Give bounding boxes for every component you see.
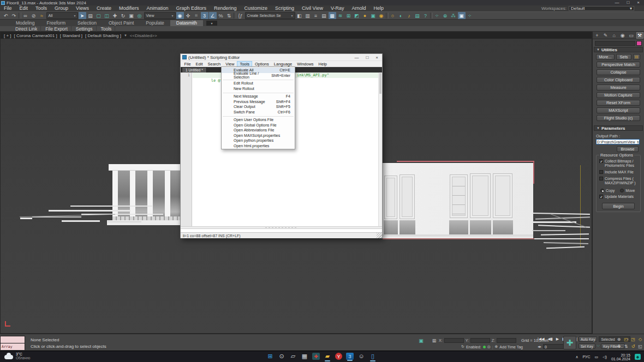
maximize-viewport-toggle-icon[interactable]: ◱ [637,343,643,349]
select-by-name-icon[interactable]: ▤ [87,12,94,19]
tools-menu-item[interactable]: Open python.properties [222,138,295,143]
create-tab[interactable]: + [593,32,600,39]
minimize-button[interactable]: — [354,55,359,60]
utilities-rollout-header[interactable]: ▼ Utilities [594,47,643,52]
material-editor-icon[interactable]: ◩ [353,12,361,19]
snaps-toggle-icon[interactable]: 3 [201,12,208,19]
hierarchy-tab[interactable]: ⌂ [611,32,618,39]
keyboard-shortcut-override-icon[interactable]: ⌗ [193,12,200,19]
fov-icon[interactable]: ◇ [637,336,643,342]
menubar-item[interactable]: Animation [142,5,172,11]
named-selection-sets-dropdown[interactable]: Create Selection Se [245,12,295,19]
file-explorer-icon[interactable]: ▰ [324,352,331,360]
walk-through-icon[interactable]: ⇅ [623,343,629,349]
configure-button-sets-icon[interactable]: ⊟ [633,54,640,60]
utility-button[interactable]: Measure [597,85,640,90]
select-and-manipulate-icon[interactable]: ✜ [184,12,192,19]
pan-icon[interactable]: ✜ [616,343,622,349]
checkbox-row[interactable]: Include MAX File [599,170,639,174]
snap-gizmo-icon[interactable]: ⁂ [450,12,457,19]
tools-menu-item[interactable]: Edit Rollout [222,81,295,86]
motion-tab[interactable]: ◉ [619,32,626,39]
editor-menu-item[interactable]: Search [205,61,223,67]
resize-grip[interactable] [377,233,382,238]
panel-input[interactable] [595,41,635,46]
parameters-rollout-header[interactable]: ▼ Parameters [594,125,643,131]
spinner-left-icon[interactable]: ◂▸ [538,345,541,349]
display-tab[interactable]: ▭ [628,32,635,39]
ribbon-subitem[interactable]: Direct Link [12,26,41,32]
toolbar-separator[interactable] [386,13,389,19]
menubar-item[interactable]: Civil View [298,5,327,11]
use-pivot-point-center-icon[interactable]: ◉ [176,12,184,19]
browse-button[interactable]: Browse [617,146,639,152]
playback-button[interactable]: |◀◀ [538,337,545,341]
utility-button[interactable]: Flight Studio (c) [597,115,640,121]
rendered-frame-window-icon[interactable]: ▣ [369,12,377,19]
viewport-standard-menu[interactable]: [ Standard ] [60,33,82,38]
key-mode-icon[interactable]: ∵ [597,344,599,348]
editor-menu-item[interactable]: File [182,61,193,67]
align-icon[interactable]: ▥ [304,12,312,19]
maximize-button[interactable]: □ [627,0,629,5]
window-crossing-icon[interactable]: ◫ [103,12,111,19]
display-toggle-icon[interactable]: ◐ [397,12,405,19]
menubar-item[interactable]: Arnold [348,5,369,11]
search-icon[interactable]: ⊙ [278,352,285,360]
ribbon-minimize-icon[interactable]: ▾ [206,21,217,26]
minimize-button[interactable]: — [615,0,619,5]
toolbar-separator[interactable] [430,13,433,19]
utility-button[interactable]: Perspective Match [597,62,640,68]
tools-menu-item[interactable]: New Rollout [222,86,295,92]
checkbox[interactable] [599,177,603,180]
remote-desktop-icon[interactable]: ▯ [369,352,377,360]
move-radio-row[interactable]: Move [620,189,635,192]
begin-button[interactable]: Begin [602,203,635,209]
add-time-tag[interactable]: Add Time Tag [499,345,523,349]
render-setup-icon[interactable]: ● [361,12,369,19]
checkbox[interactable]: ✓ [599,159,603,163]
tablet-icon[interactable]: ▭ [595,355,599,359]
listener-line[interactable] [1,336,25,343]
maxscript-mini-listener[interactable]: Array modifi [0,336,25,350]
editor-menu-item[interactable]: Help [316,61,329,67]
utilities-tab[interactable]: ⚒ [636,32,643,39]
redo-icon[interactable]: ↷ [10,12,18,19]
select-and-move-icon[interactable]: ✚ [111,12,119,19]
output-path-field[interactable]: D:\Project\Granum\View_top [596,139,640,144]
weather-widget[interactable]: 3°C Облачно [4,352,30,360]
menubar-item[interactable]: Scripting [271,5,298,11]
reference-coordinate-dropdown[interactable]: View [144,12,176,19]
menubar-item[interactable]: V-Ray [327,5,348,11]
app-red-plus-icon[interactable]: ✚ [312,353,320,360]
menubar-item[interactable]: Views [72,5,93,11]
utility-button[interactable]: MAXScript [597,107,640,113]
task-view-icon[interactable]: ▱ [289,352,297,360]
angle-snap-icon[interactable]: ∠ [209,12,217,19]
editor-scrollbar[interactable] [378,73,382,226]
menubar-item[interactable]: Create [93,5,115,11]
ribbon-tab[interactable]: Populate [140,20,170,26]
menubar-item[interactable]: Help [369,5,387,11]
notification-bell-icon[interactable]: ◆ [635,354,641,360]
zoom-extents-icon[interactable]: ◳ [630,336,636,342]
tools-menu-item[interactable]: Clear Output Shift+F5 [222,104,295,110]
tools-menu-item[interactable]: Previous Message Shift+F4 [222,99,295,105]
pivot-gizmo-icon[interactable]: ⁘ [433,12,441,19]
tray-chevron-icon[interactable]: ∧ [575,355,578,359]
utility-button[interactable]: Reset XForm [597,100,640,106]
x-field[interactable] [444,338,464,343]
contact-app-icon[interactable]: ☺ [357,352,365,360]
tools-menu-item[interactable]: Open MAXScript.properties [222,133,295,138]
scene-explorer-icon[interactable]: ▤ [320,12,328,19]
modify-tab[interactable]: ✎ [602,32,609,39]
filter-icon[interactable]: ▼ [124,34,127,37]
clock[interactable]: 20:15 01.04.2024 [611,353,630,361]
layer-explorer-icon[interactable]: ≡ [312,12,320,19]
bind-to-space-warp-icon[interactable]: ≈ [38,12,46,19]
copy-radio[interactable] [600,189,604,192]
ribbon-subitem[interactable]: File Export [42,26,71,32]
zoom-all-icon[interactable]: ◰ [623,336,629,342]
tools-menu-item[interactable]: Open User Options File [222,117,295,123]
render-production-icon[interactable]: ◉ [378,12,385,19]
